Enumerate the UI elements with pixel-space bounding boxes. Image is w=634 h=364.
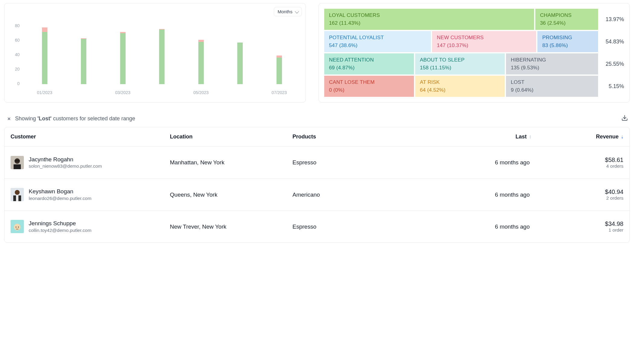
segment-row: POTENTIAL LOYALIST547 (38.6%)NEW CUSTOME… [324, 31, 624, 52]
th-last[interactable]: Last ▲▼ [446, 134, 531, 140]
segment-value: 0 (0%) [329, 87, 409, 93]
segment-block[interactable]: AT RISK64 (4.52%) [415, 76, 505, 97]
segment-block[interactable]: LOYAL CUSTOMERS162 (11.43%) [324, 9, 534, 30]
y-tick: 40 [10, 52, 20, 57]
segment-title: CANT LOSE THEM [329, 79, 409, 85]
segment-value: 83 (5.86%) [542, 43, 593, 49]
table-row[interactable]: Keyshawn Boganleonardo26@demo.putler.com… [5, 179, 629, 210]
filter-text: Showing 'Lost' customers for selected da… [15, 116, 135, 122]
x-label [231, 86, 249, 95]
svg-point-6 [15, 190, 20, 195]
segment-value: 162 (11.43%) [329, 20, 529, 26]
bar-segment-primary [81, 39, 86, 84]
segment-block[interactable]: POTENTIAL LOYALIST547 (38.6%) [324, 31, 431, 52]
revenue-amount: $58.61 [531, 157, 623, 163]
x-label: 03/2023 [114, 86, 132, 95]
chevron-down-icon [295, 9, 299, 13]
revenue-orders: 1 order [531, 227, 623, 233]
download-icon[interactable] [621, 115, 628, 123]
products-cell: Espresso [293, 159, 446, 166]
y-tick: 80 [10, 23, 20, 28]
segment-title: CHAMPIONS [540, 12, 593, 18]
sort-icon: ▲▼ [621, 135, 623, 139]
segment-title: LOYAL CUSTOMERS [329, 12, 529, 18]
segment-value: 158 (11.15%) [420, 65, 500, 71]
location-cell: New Trever, New York [170, 223, 293, 230]
filter-line: ✕ Showing 'Lost' customers for selected … [7, 115, 628, 123]
location-cell: Manhattan, New York [170, 159, 293, 166]
avatar [11, 188, 24, 201]
segment-block[interactable]: CANT LOSE THEM0 (0%) [324, 76, 414, 97]
bar-segment-primary [159, 30, 165, 84]
bar-column[interactable] [237, 23, 243, 95]
svg-point-12 [18, 227, 19, 228]
bar-column[interactable]: 07/2023 [277, 23, 282, 95]
segment-block[interactable]: NEED ATTENTION69 (4.87%) [324, 53, 414, 74]
chart-card: Months 806040200 01/202303/202305/202307… [4, 3, 306, 103]
x-label: 05/2023 [192, 86, 210, 95]
chart-period-selector[interactable]: Months [274, 7, 302, 16]
revenue-amount: $34.98 [531, 220, 623, 227]
y-tick: 20 [10, 67, 20, 71]
segment-block[interactable]: CHAMPIONS36 (2.54%) [535, 9, 598, 30]
products-cell: Americano [293, 191, 446, 198]
chart-period-label: Months [278, 9, 293, 14]
bar-column[interactable]: 05/2023 [198, 23, 204, 95]
avatar [11, 156, 24, 169]
bar-segment-primary [198, 42, 204, 84]
x-label [75, 86, 93, 95]
segment-value: 64 (4.52%) [420, 87, 500, 93]
bar-segment-secondary [198, 40, 204, 42]
segment-title: ABOUT TO SLEEP [420, 57, 500, 63]
segment-title: PROMISING [542, 35, 593, 41]
revenue-orders: 4 orders [531, 163, 623, 169]
th-customer: Customer [11, 134, 170, 140]
table-header: Customer Location Products Last ▲▼ Reven… [5, 127, 629, 147]
segment-block[interactable]: LOST9 (0.64%) [506, 76, 598, 97]
sort-icon: ▲▼ [529, 135, 532, 139]
segment-block[interactable]: NEW CUSTOMERS147 (10.37%) [432, 31, 536, 52]
segment-title: HIBERNATING [511, 57, 593, 63]
th-products: Products [293, 134, 446, 140]
bar-column[interactable] [159, 23, 165, 95]
svg-point-11 [16, 227, 17, 228]
last-cell: 6 months ago [446, 159, 531, 166]
customer-name: Keyshawn Bogan [29, 188, 91, 195]
bar-segment-secondary [42, 27, 47, 32]
y-tick: 60 [10, 38, 20, 43]
segment-row-total: 5.15% [598, 76, 624, 97]
chart-body: 806040200 01/202303/202305/202307/2023 [10, 8, 300, 95]
segment-title: NEW CUSTOMERS [437, 35, 531, 41]
x-label: 01/2023 [36, 86, 54, 95]
segment-value: 9 (0.64%) [511, 87, 593, 93]
clear-filter-button[interactable]: ✕ [7, 116, 11, 121]
th-revenue[interactable]: Revenue ▲▼ [531, 134, 623, 140]
customers-table: Customer Location Products Last ▲▼ Reven… [4, 127, 630, 243]
bar-column[interactable]: 01/2023 [42, 23, 47, 95]
table-row[interactable]: Jennings Schuppecollin.toy42@demo.putler… [5, 210, 629, 242]
customer-email: leonardo26@demo.putler.com [29, 195, 91, 201]
last-cell: 6 months ago [446, 223, 531, 230]
y-tick: 0 [10, 81, 20, 86]
customer-name: Jacynthe Rogahn [29, 156, 102, 163]
chart-y-axis: 806040200 [10, 23, 20, 95]
customer-email: solon_nienow83@demo.putler.com [29, 163, 102, 169]
segment-title: LOST [511, 79, 593, 85]
segment-value: 147 (10.37%) [437, 43, 531, 49]
segment-value: 69 (4.87%) [329, 65, 409, 71]
chart-plot: 01/202303/202305/202307/2023 [20, 23, 300, 95]
bar-segment-primary [42, 32, 47, 84]
bar-column[interactable]: 03/2023 [120, 23, 126, 95]
bar-column[interactable] [81, 23, 86, 95]
segment-block[interactable]: ABOUT TO SLEEP158 (11.15%) [415, 53, 505, 74]
segment-block[interactable]: PROMISING83 (5.86%) [537, 31, 598, 52]
table-row[interactable]: Jacynthe Rogahnsolon_nienow83@demo.putle… [5, 147, 629, 179]
segment-row: CANT LOSE THEM0 (0%)AT RISK64 (4.52%)LOS… [324, 76, 624, 97]
last-cell: 6 months ago [446, 191, 531, 198]
segment-title: AT RISK [420, 79, 500, 85]
th-location: Location [170, 134, 293, 140]
x-label [153, 86, 171, 95]
segment-block[interactable]: HIBERNATING135 (9.53%) [506, 53, 598, 74]
location-cell: Queens, New York [170, 191, 293, 198]
revenue-orders: 2 orders [531, 195, 623, 201]
